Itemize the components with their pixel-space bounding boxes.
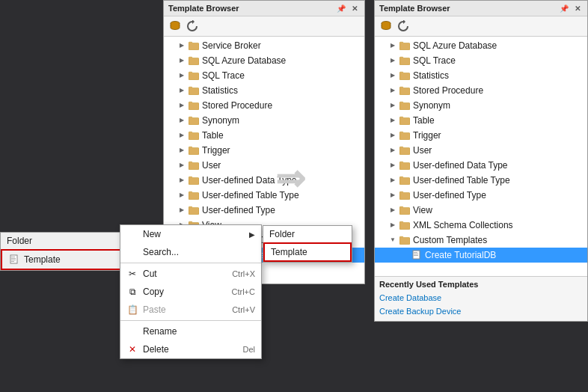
template-label-item[interactable]: Template [1, 249, 123, 270]
left-tree-item-2[interactable]: ▶ SQL Trace [164, 68, 364, 83]
submenu-folder[interactable]: Folder [263, 226, 352, 242]
pin-icon[interactable]: 📌 [336, 3, 346, 13]
rename-icon [126, 325, 138, 337]
menu-item-search[interactable]: Search... [120, 243, 261, 261]
folder-icon [399, 129, 411, 141]
expand-icon[interactable]: ▶ [176, 144, 188, 156]
right-tree-item-6[interactable]: ▶ Trigger [375, 128, 587, 143]
right-tree-item-4[interactable]: ▶ Synonym [375, 98, 587, 113]
folder-label-text: Folder [7, 236, 32, 246]
right-refresh-icon-btn[interactable] [396, 19, 411, 34]
folder-icon [188, 189, 200, 201]
menu-new-label: New [143, 229, 245, 239]
expand-icon[interactable]: ▶ [176, 159, 188, 171]
expand-icon[interactable]: ▶ [387, 99, 399, 111]
menu-item-copy[interactable]: ⧉ Copy Ctrl+C [120, 283, 261, 301]
expand-icon[interactable]: ▶ [387, 144, 399, 156]
submenu-folder-label: Folder [269, 229, 295, 239]
close-icon[interactable]: ✕ [349, 3, 360, 13]
right-tree-item-10[interactable]: ▶ User-defined Type [375, 188, 587, 203]
expand-icon[interactable]: ▶ [387, 174, 399, 186]
left-tree-item-7[interactable]: ▶ Trigger [164, 143, 364, 158]
separator-2 [120, 320, 261, 321]
right-tree-item-11[interactable]: ▶ View [375, 203, 587, 218]
tree-item-label: User-defined Type [202, 203, 275, 217]
left-tree-item-3[interactable]: ▶ Statistics [164, 83, 364, 98]
expand-icon[interactable]: ▶ [176, 40, 188, 52]
expand-icon[interactable]: ▶ [176, 55, 188, 67]
menu-item-new[interactable]: New ▶ Folder Template [120, 225, 261, 243]
svg-rect-7 [11, 257, 15, 257]
tree-item-label: SQL Trace [202, 69, 245, 82]
expand-icon[interactable]: ▶ [176, 129, 188, 141]
submenu-template[interactable]: Template [263, 242, 352, 262]
folder-icon [399, 144, 411, 156]
left-tree-item-9[interactable]: ▶ User-defined Data Type [164, 173, 364, 188]
menu-item-cut[interactable]: ✂ Cut Ctrl+X [120, 265, 261, 283]
expand-icon[interactable]: ▶ [176, 70, 188, 82]
tree-item-label: SQL Azure Database [202, 54, 286, 67]
expand-icon[interactable]: ▶ [387, 114, 399, 126]
expand-icon[interactable]: ▶ [176, 204, 188, 216]
left-tree-item-4[interactable]: ▶ Stored Procedure [164, 98, 364, 113]
expand-icon[interactable]: ▼ [387, 234, 399, 246]
expand-icon[interactable]: ▶ [176, 85, 188, 97]
right-tree-item-12[interactable]: ▶ XML Schema Collections [375, 218, 587, 233]
expand-icon[interactable] [399, 249, 411, 261]
left-tree-item-5[interactable]: ▶ Synonym [164, 113, 364, 128]
right-tree-item-1[interactable]: ▶ SQL Trace [375, 53, 587, 68]
tree-item-label: User [202, 159, 221, 172]
svg-rect-6 [10, 255, 17, 263]
folder-icon [399, 234, 411, 246]
right-tree-item-7[interactable]: ▶ User [375, 143, 587, 158]
left-tree-item-1[interactable]: ▶ SQL Azure Database [164, 53, 364, 68]
expand-icon[interactable]: ▶ [387, 70, 399, 82]
menu-item-rename[interactable]: Rename [120, 322, 261, 340]
expand-icon[interactable]: ▶ [387, 189, 399, 201]
right-tree-item-13[interactable]: ▼ Custom Templates [375, 233, 587, 248]
expand-icon[interactable]: ▶ [176, 189, 188, 201]
folder-icon [188, 114, 200, 126]
right-tree-item-14[interactable]: Create TutorialDB [375, 248, 587, 263]
menu-item-delete[interactable]: ✕ Delete Del [120, 340, 261, 358]
recently-used-link-1[interactable]: Create Database [379, 291, 583, 304]
right-close-icon[interactable]: ✕ [572, 3, 583, 13]
left-tree-item-10[interactable]: ▶ User-defined Table Type [164, 188, 364, 203]
menu-item-paste[interactable]: 📋 Paste Ctrl+V [120, 301, 261, 319]
svg-rect-5 [414, 255, 418, 256]
right-tree-item-0[interactable]: ▶ SQL Azure Database [375, 38, 587, 53]
database-icon-btn[interactable] [168, 19, 183, 34]
expand-icon[interactable]: ▶ [387, 55, 399, 67]
right-tree-item-3[interactable]: ▶ Stored Procedure [375, 83, 587, 98]
right-tree-item-9[interactable]: ▶ User-defined Table Type [375, 173, 587, 188]
expand-icon[interactable]: ▶ [176, 99, 188, 111]
right-panel-title: Template Browser [379, 4, 450, 13]
expand-icon[interactable]: ▶ [176, 114, 188, 126]
copy-shortcut: Ctrl+C [232, 287, 255, 296]
expand-icon[interactable]: ▶ [387, 85, 399, 97]
right-database-icon-btn[interactable] [379, 19, 393, 34]
left-tree-item-6[interactable]: ▶ Table [164, 128, 364, 143]
expand-icon[interactable]: ▶ [176, 174, 188, 186]
expand-icon[interactable]: ▶ [387, 159, 399, 171]
tree-item-label: Stored Procedure [413, 84, 483, 97]
tree-item-label: Custom Templates [413, 233, 487, 247]
expand-icon[interactable]: ▶ [387, 219, 399, 231]
left-tree-item-0[interactable]: ▶ Service Broker [164, 38, 364, 53]
expand-icon[interactable]: ▶ [387, 40, 399, 52]
right-tree-item-2[interactable]: ▶ Statistics [375, 68, 587, 83]
folder-icon [399, 55, 411, 67]
expand-icon[interactable]: ▶ [387, 204, 399, 216]
folder-label-item[interactable]: Folder [1, 233, 123, 249]
right-tree-item-5[interactable]: ▶ Table [375, 113, 587, 128]
left-tree-item-11[interactable]: ▶ User-defined Type [164, 203, 364, 218]
right-pin-icon[interactable]: 📌 [559, 3, 569, 13]
right-tree-item-8[interactable]: ▶ User-defined Data Type [375, 158, 587, 173]
tree-item-label: User-defined Type [413, 189, 486, 202]
left-label-area: Folder Template [0, 232, 123, 271]
expand-icon[interactable]: ▶ [387, 129, 399, 141]
left-tree-item-8[interactable]: ▶ User [164, 158, 364, 173]
right-tree-container[interactable]: ▶ SQL Azure Database▶ SQL Trace▶ Statist… [375, 37, 587, 276]
recently-used-link-2[interactable]: Create Backup Device [379, 304, 583, 318]
refresh-icon-btn[interactable] [185, 19, 200, 34]
